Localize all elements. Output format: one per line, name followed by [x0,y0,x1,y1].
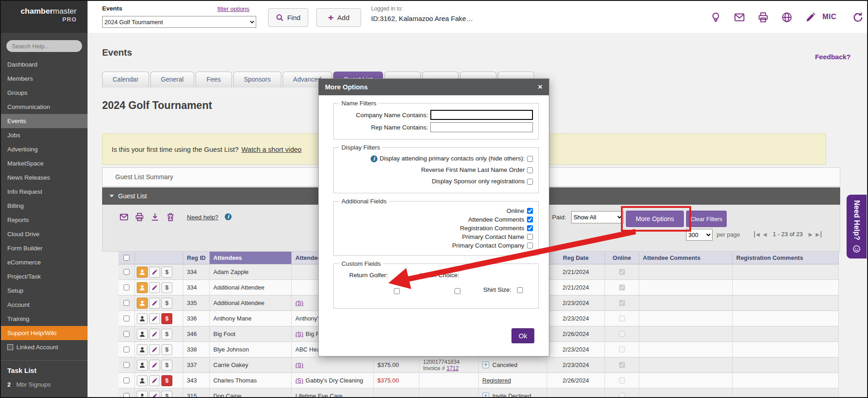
header-reg-date[interactable]: Reg Date [547,252,605,264]
need-help-link[interactable]: Need help? [187,214,218,221]
billing-dollar-icon[interactable]: $ [161,360,172,371]
attendee-person-icon[interactable] [137,344,148,355]
row-checkbox[interactable] [124,346,129,352]
edit-registration-icon[interactable] [149,267,160,278]
tab-sponsors[interactable]: Sponsors [233,72,281,88]
download-list-icon[interactable] [148,210,162,224]
row-checkbox[interactable] [124,377,129,383]
sidebar-item-billing[interactable]: Billing [1,199,88,213]
edit-registration-icon[interactable] [149,282,160,293]
header-attendee-comments[interactable]: Attendee Comments [639,252,733,264]
lunch-choice-checkbox[interactable] [455,288,460,294]
additional-field-checkbox[interactable] [527,234,533,240]
row-checkbox[interactable] [124,269,129,275]
sidebar-item-account[interactable]: Account [1,298,88,312]
attendee-person-icon[interactable] [137,391,148,398]
ok-button[interactable]: Ok [512,328,534,343]
row-checkbox[interactable] [124,362,129,368]
shirt-size-checkbox[interactable] [517,287,523,293]
billing-dollar-icon[interactable]: $ [161,344,172,355]
tab-calendar[interactable]: Calendar [102,72,149,88]
add-button[interactable]: + Add [316,8,361,27]
attendee-person-icon[interactable] [137,282,148,293]
attendee-person-icon[interactable] [137,298,148,309]
header-registration-comments[interactable]: Registration Comments [733,252,839,264]
sidebar-item-info-request[interactable]: Info Request [1,185,88,199]
row-checkbox[interactable] [124,393,129,398]
per-page-select[interactable]: 300 [686,229,713,241]
sidebar-item-project-task[interactable]: Project/Task [1,269,88,284]
header-reg-id[interactable]: Reg ID [183,252,210,264]
additional-field-checkbox[interactable] [527,217,533,222]
invoice-link[interactable]: 1712 [446,365,459,372]
sidebar-item-ecommerce[interactable]: eCommerce [1,255,88,269]
paid-filter-select[interactable]: Show All [571,211,624,223]
sidebar-item-cloud-drive[interactable]: Cloud Drive [1,227,88,241]
sidebar-item-reports[interactable]: Reports [1,213,88,227]
additional-field-checkbox[interactable] [527,208,533,214]
sidebar-item-marketspace[interactable]: MarketSpace [1,156,88,171]
attendee-person-icon[interactable] [137,329,148,340]
last-page-icon[interactable]: ▶ [816,231,821,238]
lightbulb-icon[interactable] [710,12,721,23]
attendee-person-icon[interactable] [137,360,148,371]
close-icon[interactable]: × [538,83,542,92]
find-button[interactable]: Find [268,8,308,27]
clear-filters-button[interactable]: Clear Filters [686,211,727,227]
attendee-person-icon[interactable] [137,267,148,278]
edit-registration-icon[interactable] [149,360,160,371]
company-name-contains-input[interactable] [430,110,533,120]
sidebar-item-dashboard[interactable]: Dashboard [1,57,88,72]
billing-dollar-icon[interactable]: $ [161,391,172,398]
sidebar-item-jobs[interactable]: Jobs [1,128,88,142]
sponsor-link[interactable]: (S) [295,362,303,368]
sidebar-item-news-releases[interactable]: News Releases [1,171,88,185]
header-attendees[interactable]: Attendees [210,252,292,264]
row-checkbox[interactable] [124,331,129,337]
sponsor-link[interactable]: (S) [295,377,303,384]
row-checkbox[interactable] [124,300,129,306]
tab-general[interactable]: General [150,72,194,88]
billing-dollar-icon[interactable]: $ [161,298,172,309]
printer-icon[interactable] [758,12,769,23]
globe-icon[interactable] [781,12,792,23]
header-online[interactable]: Online [605,252,639,264]
feedback-link[interactable]: Feedback? [815,53,851,61]
event-select[interactable]: 2024 Golf Tournament [102,16,256,28]
mic-link[interactable]: MIC [822,13,837,21]
sidebar-item-support-help-wiki[interactable]: Support Help/Wiki [1,326,88,340]
first-page-icon[interactable]: ◀ [754,231,760,238]
more-options-button[interactable]: More Options [626,211,684,227]
sidebar-item-form-builder[interactable]: Form Builder [1,241,88,255]
select-all-checkbox[interactable] [124,255,129,261]
help-search-input[interactable] [6,40,82,52]
edit-registration-icon[interactable] [149,329,160,340]
refresh-icon[interactable] [852,12,863,23]
sidebar-item-training[interactable]: Training [1,312,88,326]
billing-dollar-icon[interactable]: $ [161,313,172,324]
task-list-item-mbr-signups[interactable]: 2Mbr Signups [1,374,88,388]
expand-status-icon[interactable]: + [482,362,489,368]
row-checkbox[interactable] [124,284,129,290]
banner-video-link[interactable]: Watch a short video [241,145,301,153]
rep-name-contains-input[interactable] [430,122,533,132]
edit-registration-icon[interactable] [149,391,160,398]
print-list-icon[interactable] [133,210,146,224]
pencil-icon[interactable] [805,12,816,23]
email-guests-icon[interactable] [117,210,131,224]
info-icon[interactable]: i [225,213,232,220]
prev-page-icon[interactable]: ◀ [763,231,766,238]
need-help-tab[interactable]: Need Help? [847,195,867,258]
sidebar-item-setup[interactable]: Setup [1,284,88,298]
sidebar-item-groups[interactable]: Groups [1,86,88,100]
filter-options-link[interactable]: filter options [217,5,249,12]
display-filter-checkbox[interactable] [527,167,533,173]
sidebar-item-events[interactable]: Events [1,114,88,128]
billing-dollar-icon[interactable]: $ [161,267,172,278]
expand-status-icon[interactable]: + [482,393,489,398]
billing-dollar-icon[interactable]: $ [161,329,172,340]
next-page-icon[interactable]: ▶ [809,231,812,238]
sidebar-item-communication[interactable]: Communication [1,100,88,114]
return-golfer-checkbox[interactable] [394,288,400,294]
additional-field-checkbox[interactable] [527,225,533,231]
